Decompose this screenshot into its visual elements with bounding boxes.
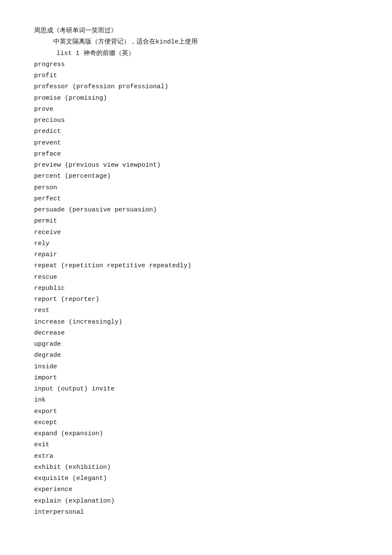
subtitle-line2: list 1 神奇的前缀（英） (34, 48, 358, 59)
subtitle2: list 1 神奇的前缀（英） (57, 50, 135, 57)
list-item: person (34, 182, 358, 194)
list-item: expand (expansion) (34, 428, 358, 439)
subtitle-line1: 中英文隔离版（方便背记），适合在kindle上使用 (34, 37, 358, 48)
list-item: ink (34, 395, 358, 406)
list-item: persuade (persuasive persuasion) (34, 205, 358, 216)
list-item: perfect (34, 194, 358, 205)
list-item: exhibit (exhibition) (34, 462, 358, 473)
list-item: repair (34, 249, 358, 260)
list-item: import (34, 373, 358, 384)
list-item: profit (34, 70, 358, 81)
list-item: except (34, 417, 358, 428)
book-title-line: 周思成《考研单词一笑而过》 (34, 26, 358, 37)
list-item: experience (34, 484, 358, 495)
list-item: percent (percentage) (34, 171, 358, 182)
list-item: prevent (34, 138, 358, 149)
list-item: promise (promising) (34, 93, 358, 104)
list-item: preview (previous view viewpoint) (34, 160, 358, 171)
list-item: permit (34, 216, 358, 227)
list-item: exit (34, 439, 358, 451)
list-item: preface (34, 149, 358, 160)
list-item: extra (34, 451, 358, 462)
list-item: degrade (34, 350, 358, 361)
list-item: prove (34, 104, 358, 115)
list-item: republic (34, 283, 358, 294)
list-item: report (reporter) (34, 294, 358, 305)
list-item: input (output) invite (34, 384, 358, 395)
list-item: decrease (34, 328, 358, 339)
list-item: exquisite (elegant) (34, 473, 358, 484)
page-content: 周思成《考研单词一笑而过》 中英文隔离版（方便背记），适合在kindle上使用 … (34, 26, 358, 518)
list-item: repeat (repetition repetitive repeatedly… (34, 260, 358, 272)
book-title: 周思成《考研单词一笑而过》 (34, 27, 117, 35)
list-item: rely (34, 238, 358, 249)
list-item: explain (explanation) (34, 496, 358, 507)
list-item: export (34, 406, 358, 417)
list-item: predict (34, 126, 358, 137)
list-item: receive (34, 227, 358, 238)
list-item: professor (profession professional) (34, 81, 358, 92)
list-item: inside (34, 361, 358, 373)
list-item: increase (increasingly) (34, 317, 358, 328)
list-item: interpersonal (34, 507, 358, 518)
list-item: upgrade (34, 339, 358, 350)
list-item: rescue (34, 272, 358, 283)
subtitle1: 中英文隔离版（方便背记），适合在kindle上使用 (53, 38, 198, 46)
list-item: rest (34, 305, 358, 316)
word-list: progressprofitprofessor (profession prof… (34, 59, 358, 518)
list-item: progress (34, 59, 358, 70)
list-item: precious (34, 115, 358, 126)
